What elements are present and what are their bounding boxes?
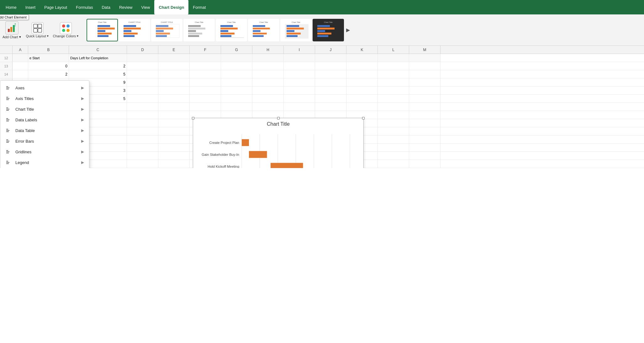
cell[interactable] [127, 152, 158, 160]
cell[interactable] [190, 78, 221, 86]
cell[interactable] [127, 160, 158, 168]
cell[interactable] [190, 103, 221, 111]
cell[interactable] [284, 87, 315, 94]
cell[interactable] [378, 135, 409, 143]
cell[interactable] [346, 95, 378, 103]
cell[interactable] [409, 95, 441, 103]
cell[interactable] [158, 135, 190, 143]
cell[interactable] [346, 70, 378, 78]
dropdown-item-axes[interactable]: Axes▶ [0, 82, 89, 93]
col-header-e[interactable]: E [158, 46, 190, 54]
cell[interactable] [221, 95, 252, 103]
cell[interactable] [409, 87, 441, 94]
cell[interactable] [378, 160, 409, 168]
chart-style-2[interactable]: CHART TITLE [119, 19, 150, 41]
cell[interactable] [190, 95, 221, 103]
cell[interactable] [252, 95, 284, 103]
col-header-i[interactable]: I [284, 46, 315, 54]
cell[interactable] [378, 87, 409, 94]
cell[interactable] [158, 119, 190, 127]
chart-style-6[interactable]: Chart Title [248, 19, 279, 41]
col-header-g[interactable]: G [221, 46, 252, 54]
chart-style-4[interactable]: Chart Title [183, 19, 215, 41]
cell[interactable] [252, 62, 284, 70]
cell[interactable] [346, 103, 378, 111]
cell[interactable] [378, 111, 409, 119]
cell[interactable] [127, 87, 158, 94]
cell[interactable] [127, 95, 158, 103]
cell[interactable] [378, 95, 409, 103]
cell[interactable] [252, 103, 284, 111]
cell[interactable] [284, 62, 315, 70]
cell[interactable] [190, 54, 221, 62]
col-header-h[interactable]: H [252, 46, 284, 54]
cell[interactable] [346, 54, 378, 62]
cell[interactable] [158, 62, 190, 70]
cell[interactable] [409, 127, 441, 135]
cell[interactable] [190, 62, 221, 70]
cell[interactable] [127, 135, 158, 143]
cell[interactable] [409, 62, 441, 70]
handle-tl[interactable] [192, 117, 194, 119]
cell[interactable] [158, 87, 190, 94]
cell[interactable] [158, 95, 190, 103]
cell[interactable] [315, 87, 346, 94]
chart-container[interactable]: Chart Title Create Project PlanGain Stak… [193, 118, 364, 168]
chart-title[interactable]: Chart Title [196, 121, 360, 127]
cell[interactable] [409, 78, 441, 86]
dropdown-item-gridlines[interactable]: Gridlines▶ [0, 146, 89, 157]
cell[interactable] [315, 95, 346, 103]
cell[interactable] [127, 144, 158, 151]
cell[interactable] [221, 103, 252, 111]
cell[interactable] [378, 127, 409, 135]
cell[interactable] [190, 70, 221, 78]
cell[interactable] [190, 87, 221, 94]
cell[interactable] [315, 70, 346, 78]
cell[interactable] [252, 70, 284, 78]
cell[interactable] [409, 54, 441, 62]
change-colors-btn[interactable]: Change Colors ▼ [53, 22, 79, 38]
cell[interactable]: e Start [28, 54, 69, 62]
cell[interactable] [221, 87, 252, 94]
cell[interactable] [127, 119, 158, 127]
col-header-m[interactable]: M [409, 46, 441, 54]
cell[interactable] [127, 70, 158, 78]
cell[interactable] [158, 144, 190, 151]
col-header-d[interactable]: D [127, 46, 158, 54]
cell[interactable] [221, 62, 252, 70]
cell[interactable] [127, 127, 158, 135]
cell[interactable] [221, 78, 252, 86]
cell[interactable] [346, 78, 378, 86]
dropdown-item-axis-titles[interactable]: Axis Titles▶ [0, 93, 89, 104]
menu-format[interactable]: Format [188, 0, 210, 14]
menu-data[interactable]: Data [97, 0, 114, 14]
cell[interactable] [127, 111, 158, 119]
cell[interactable] [158, 70, 190, 78]
cell[interactable]: 2 [69, 62, 127, 70]
col-header-l[interactable]: L [378, 46, 409, 54]
cell[interactable] [378, 70, 409, 78]
cell[interactable] [315, 78, 346, 86]
dropdown-item-legend[interactable]: Legend▶ [0, 157, 89, 168]
menu-insert[interactable]: Insert [21, 0, 40, 14]
cell[interactable] [13, 54, 28, 62]
dropdown-item-chart-title[interactable]: Chart Title▶ [0, 104, 89, 114]
cell[interactable] [284, 78, 315, 86]
cell[interactable]: 0 [28, 62, 69, 70]
cell[interactable] [252, 78, 284, 86]
cell[interactable] [158, 54, 190, 62]
cell[interactable]: 2 [28, 70, 69, 78]
dropdown-item-data-labels[interactable]: Data Labels▶ [0, 114, 89, 125]
menu-page-layout[interactable]: Page Layout [40, 0, 71, 14]
cell[interactable] [409, 135, 441, 143]
cell[interactable] [378, 78, 409, 86]
chart-style-3[interactable]: CHART TITLE [151, 19, 182, 41]
col-header-f[interactable]: F [190, 46, 221, 54]
cell[interactable] [158, 78, 190, 86]
cell[interactable] [409, 144, 441, 151]
cell[interactable] [252, 87, 284, 94]
chart-style-7[interactable]: Chart Title [280, 19, 312, 41]
handle-tr[interactable] [362, 117, 365, 119]
cell[interactable] [127, 78, 158, 86]
cell[interactable] [284, 95, 315, 103]
